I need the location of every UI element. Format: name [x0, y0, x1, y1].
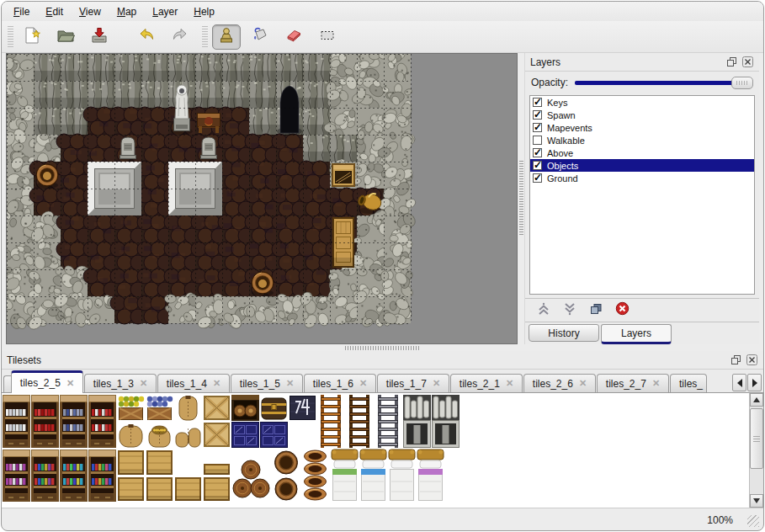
- layer-visibility-checkbox[interactable]: [533, 110, 542, 120]
- tileset-tab[interactable]: tiles_1_3: [84, 374, 157, 392]
- new-file-button[interactable]: [18, 24, 46, 50]
- tab-label: tiles_1_3: [93, 378, 134, 390]
- tileset-tab[interactable]: tiles_2_7: [597, 374, 669, 392]
- rect-select-tool-button[interactable]: [313, 24, 342, 50]
- close-panel-button[interactable]: [741, 56, 754, 68]
- left-arrow-icon: [737, 379, 742, 387]
- tab-label: Layers: [621, 327, 651, 339]
- duplicate-layer-button[interactable]: [589, 302, 603, 319]
- move-layer-up-button[interactable]: [537, 302, 550, 319]
- tileset-tab[interactable]: tiles_1_5: [231, 374, 303, 392]
- map-view[interactable]: [6, 53, 518, 344]
- close-tab-icon[interactable]: [433, 379, 440, 388]
- tileset-tab[interactable]: tiles_2_6: [523, 374, 596, 392]
- menu-layer[interactable]: Layer: [148, 4, 182, 19]
- tileset-tab[interactable]: tiles_1_6: [304, 374, 376, 392]
- tab-label: tiles_2_1: [460, 378, 500, 390]
- layer-row[interactable]: Walkable: [530, 134, 754, 146]
- layer-visibility-checkbox[interactable]: [533, 98, 542, 107]
- opacity-row: Opacity:: [525, 72, 759, 93]
- status-bar: 100%: [2, 508, 763, 531]
- scroll-up-button[interactable]: [750, 393, 763, 407]
- layer-row[interactable]: Objects: [530, 159, 754, 172]
- layer-label: Spawn: [547, 110, 576, 120]
- close-panel-button[interactable]: [746, 354, 758, 366]
- splitter-grip: [345, 346, 421, 350]
- tileset-view[interactable]: [2, 393, 763, 508]
- close-tab-icon[interactable]: [286, 379, 294, 388]
- layer-visibility-checkbox[interactable]: [533, 136, 542, 145]
- opacity-slider-handle[interactable]: [731, 77, 753, 89]
- layer-row[interactable]: Ground: [530, 172, 754, 184]
- close-tab-icon[interactable]: [140, 379, 147, 388]
- opacity-label: Opacity:: [531, 77, 575, 88]
- close-tab-icon[interactable]: [652, 379, 660, 388]
- menu-edit[interactable]: Edit: [41, 4, 67, 19]
- undo-button[interactable]: [132, 24, 161, 50]
- layer-visibility-checkbox[interactable]: [533, 123, 542, 132]
- tab-history[interactable]: History: [529, 324, 599, 342]
- tileset-canvas[interactable]: [2, 394, 734, 503]
- layers-panel-title: Layers: [530, 56, 722, 68]
- tileset-tab-bar: tiles_2_5 tiles_1_3 tiles_1_4 tiles_1_5 …: [2, 370, 763, 393]
- horizontal-splitter[interactable]: [2, 344, 763, 351]
- redo-button[interactable]: [166, 24, 194, 50]
- tab-label: tiles_2_5: [20, 377, 61, 389]
- float-panel-button[interactable]: [730, 354, 742, 366]
- tileset-tab[interactable]: tiles_: [670, 374, 707, 392]
- tileset-vertical-scrollbar[interactable]: [749, 393, 763, 508]
- float-panel-button[interactable]: [725, 56, 738, 68]
- scrollbar-thumb[interactable]: [750, 408, 763, 469]
- layer-visibility-checkbox[interactable]: [533, 148, 542, 157]
- dock-tab-bar: History Layers: [525, 322, 759, 344]
- layer-label: Objects: [547, 161, 578, 171]
- redo-icon: [170, 25, 190, 49]
- eraser-tool-button[interactable]: [279, 24, 308, 50]
- window-resize-grip[interactable]: [747, 515, 759, 527]
- scroll-tabs-left-button[interactable]: [732, 374, 746, 391]
- save-file-button[interactable]: [85, 24, 114, 50]
- close-tab-icon[interactable]: [506, 379, 513, 388]
- opacity-slider-track[interactable]: [575, 81, 752, 85]
- tab-label: tiles_1_5: [240, 378, 280, 390]
- toolbar-drag-handle[interactable]: [202, 26, 208, 48]
- toolbar-drag-handle[interactable]: [8, 26, 13, 48]
- tab-label: tiles_2_7: [606, 378, 646, 390]
- tileset-tab[interactable]: tiles_2_1: [450, 374, 523, 392]
- menu-help[interactable]: Help: [189, 4, 219, 19]
- layer-visibility-checkbox[interactable]: [533, 173, 542, 183]
- close-tab-icon[interactable]: [66, 379, 74, 388]
- tileset-tab[interactable]: tiles_1_7: [377, 374, 449, 392]
- menu-file[interactable]: File: [9, 4, 34, 19]
- tab-label: History: [548, 327, 579, 339]
- map-canvas[interactable]: [7, 54, 518, 343]
- layer-label: Keys: [547, 98, 567, 108]
- fill-tool-button[interactable]: [246, 24, 274, 50]
- tab-layers[interactable]: Layers: [601, 324, 672, 344]
- menu-map[interactable]: Map: [113, 4, 141, 19]
- delete-layer-button[interactable]: [615, 301, 630, 319]
- open-file-button[interactable]: [51, 24, 80, 50]
- tileset-tab[interactable]: tiles_1_4: [157, 374, 230, 392]
- layer-row[interactable]: Above: [530, 146, 754, 159]
- close-tab-icon[interactable]: [213, 379, 220, 388]
- opacity-slider[interactable]: [575, 76, 753, 89]
- tab-label: tiles_: [679, 378, 703, 390]
- layer-row[interactable]: Keys: [530, 96, 754, 109]
- stamp-tool-button[interactable]: [212, 24, 241, 50]
- chevrons-down-icon: [563, 302, 576, 316]
- menu-view[interactable]: View: [75, 4, 105, 19]
- scroll-down-button[interactable]: [750, 494, 763, 508]
- layers-panel-titlebar: Layers: [525, 53, 759, 72]
- scrollbar-track[interactable]: [750, 407, 763, 494]
- vertical-splitter[interactable]: [518, 53, 524, 344]
- scroll-tabs-right-button[interactable]: [747, 374, 762, 391]
- close-tab-icon[interactable]: [359, 379, 367, 388]
- layer-row[interactable]: Mapevents: [530, 121, 754, 134]
- layer-row[interactable]: Spawn: [530, 109, 754, 121]
- tileset-tab[interactable]: tiles_2_5: [11, 370, 83, 393]
- move-layer-down-button[interactable]: [563, 302, 576, 319]
- save-icon: [89, 25, 109, 49]
- layer-visibility-checkbox[interactable]: [533, 161, 542, 170]
- close-tab-icon[interactable]: [579, 379, 587, 388]
